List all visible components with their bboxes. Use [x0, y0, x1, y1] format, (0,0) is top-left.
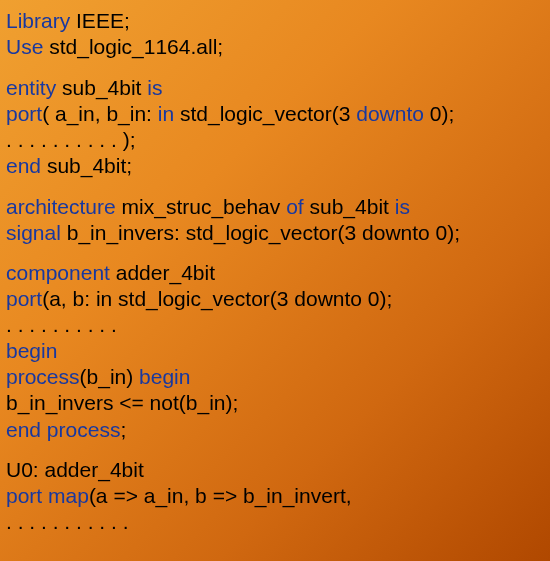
keyword: of: [286, 195, 304, 218]
code-line: port(a, b: in std_logic_vector(3 downto …: [6, 286, 544, 312]
code-line: port map(a => a_in, b => b_in_invert,: [6, 483, 544, 509]
keyword: port: [6, 102, 42, 125]
code-line: end sub_4bit;: [6, 153, 544, 179]
code-text: b_in_invers: std_logic_vector(3 downto 0…: [61, 221, 460, 244]
code-text: U0: adder_4bit: [6, 458, 144, 481]
code-text: (a, b: in std_logic_vector(3 downto 0);: [42, 287, 392, 310]
code-line: component adder_4bit: [6, 260, 544, 286]
code-line: entity sub_4bit is: [6, 75, 544, 101]
code-line: begin: [6, 338, 544, 364]
code-line: port( a_in, b_in: in std_logic_vector(3 …: [6, 101, 544, 127]
keyword: begin: [139, 365, 190, 388]
code-text: . . . . . . . . . .: [6, 313, 117, 336]
code-text: b_in_invers <= not(b_in);: [6, 391, 238, 414]
code-line: architecture mix_struc_behav of sub_4bit…: [6, 194, 544, 220]
code-text: ( a_in, b_in:: [42, 102, 158, 125]
code-text: sub_4bit: [304, 195, 395, 218]
code-text: std_logic_vector(3: [174, 102, 356, 125]
code-line: Library IEEE;: [6, 8, 544, 34]
code-line: Use std_logic_1164.all;: [6, 34, 544, 60]
keyword: architecture: [6, 195, 116, 218]
blank-line: [6, 179, 544, 194]
code-line: U0: adder_4bit: [6, 457, 544, 483]
code-text: (a => a_in, b => b_in_invert,: [89, 484, 352, 507]
keyword: component: [6, 261, 110, 284]
code-line: process(b_in) begin: [6, 364, 544, 390]
code-text: ;: [120, 418, 126, 441]
code-text: sub_4bit;: [41, 154, 132, 177]
keyword: end process: [6, 418, 120, 441]
code-text: IEEE;: [70, 9, 130, 32]
blank-line: [6, 60, 544, 75]
keyword: Library: [6, 9, 70, 32]
code-text: . . . . . . . . . . );: [6, 128, 136, 151]
code-line: . . . . . . . . . .: [6, 312, 544, 338]
keyword: begin: [6, 339, 57, 362]
keyword: port map: [6, 484, 89, 507]
keyword: Use: [6, 35, 43, 58]
code-text: mix_struc_behav: [116, 195, 286, 218]
code-line: end process;: [6, 417, 544, 443]
keyword: signal: [6, 221, 61, 244]
code-line: . . . . . . . . . . );: [6, 127, 544, 153]
keyword: is: [395, 195, 410, 218]
code-text: std_logic_1164.all;: [43, 35, 223, 58]
keyword: port: [6, 287, 42, 310]
code-line: b_in_invers <= not(b_in);: [6, 390, 544, 416]
code-text: adder_4bit: [110, 261, 215, 284]
keyword: entity: [6, 76, 56, 99]
code-text: sub_4bit: [56, 76, 147, 99]
blank-line: [6, 246, 544, 261]
keyword: end: [6, 154, 41, 177]
blank-line: [6, 443, 544, 458]
keyword: is: [147, 76, 162, 99]
keyword: process: [6, 365, 80, 388]
code-text: 0);: [424, 102, 454, 125]
keyword: downto: [356, 102, 424, 125]
code-line: . . . . . . . . . . .: [6, 509, 544, 535]
code-line: signal b_in_invers: std_logic_vector(3 d…: [6, 220, 544, 246]
keyword: in: [158, 102, 174, 125]
code-text: . . . . . . . . . . .: [6, 510, 129, 533]
code-block: Library IEEE; Use std_logic_1164.all; en…: [6, 8, 544, 535]
code-text: (b_in): [80, 365, 140, 388]
